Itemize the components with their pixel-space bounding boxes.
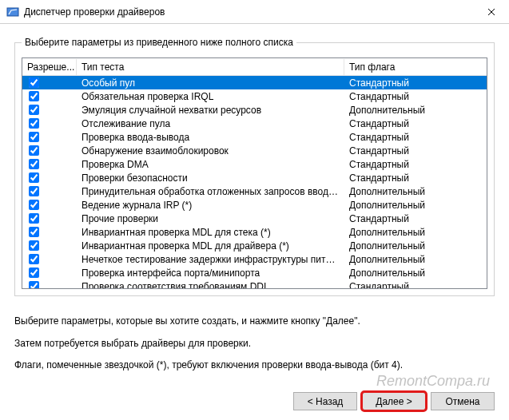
row-test-label: Проверка ввода-вывода — [77, 132, 344, 143]
app-icon — [6, 6, 19, 18]
table-row[interactable]: Обнаружение взаимоблокировокСтандартный — [22, 144, 487, 157]
wizard-buttons: < Назад Далее > Отмена — [293, 392, 495, 410]
table-row[interactable]: Особый пулСтандартный — [22, 76, 487, 89]
row-test-label: Инвариантная проверка MDL для драйвера (… — [77, 240, 344, 252]
row-checkbox[interactable] — [29, 254, 39, 264]
hint-line-3: Флаги, помеченные звездочкой (*), требую… — [14, 359, 495, 372]
row-checkbox-cell — [22, 91, 77, 101]
row-flag-label: Дополнительный — [344, 186, 487, 197]
row-test-label: Проверки безопасности — [77, 172, 344, 184]
row-flag-label: Дополнительный — [344, 227, 487, 238]
row-checkbox[interactable] — [29, 145, 39, 156]
row-checkbox[interactable] — [29, 77, 39, 88]
row-flag-label: Стандартный — [344, 77, 487, 89]
row-checkbox[interactable] — [29, 186, 39, 196]
next-button[interactable]: Далее > — [362, 392, 426, 410]
row-checkbox[interactable] — [29, 281, 39, 289]
row-checkbox[interactable] — [29, 267, 39, 278]
row-test-label: Проверка DMA — [77, 159, 344, 170]
table-row[interactable]: Ведение журнала IRP (*)Дополнительный — [22, 198, 487, 212]
row-flag-label: Стандартный — [344, 145, 487, 157]
table-row[interactable]: Проверки безопасностиСтандартный — [22, 171, 487, 184]
column-header-allow[interactable]: Разреше... — [22, 59, 77, 75]
row-checkbox-cell — [22, 200, 77, 210]
row-checkbox[interactable] — [29, 200, 39, 210]
row-checkbox[interactable] — [29, 91, 39, 101]
row-test-label: Инвариантная проверка MDL для стека (*) — [77, 227, 344, 238]
table-row[interactable]: Отслеживание пулаСтандартный — [22, 117, 487, 130]
table-row[interactable]: Инвариантная проверка MDL для драйвера (… — [22, 239, 487, 252]
row-test-label: Обязательная проверка IRQL — [77, 91, 344, 102]
back-button[interactable]: < Назад — [293, 392, 357, 410]
window-title: Диспетчер проверки драйверов — [24, 6, 473, 18]
options-groupbox: Выберите параметры из приведенного ниже … — [14, 37, 495, 296]
row-flag-label: Дополнительный — [344, 240, 487, 252]
table-row[interactable]: Проверка ввода-выводаСтандартный — [22, 130, 487, 144]
table-header: Разреше... Тип теста Тип флага — [22, 58, 487, 76]
row-test-label: Проверка соответствия требованиям DDI — [77, 281, 344, 290]
row-flag-label: Стандартный — [344, 118, 487, 129]
table-row[interactable]: Инвариантная проверка MDL для стека (*)Д… — [22, 225, 487, 239]
options-table[interactable]: Разреше... Тип теста Тип флага Особый пу… — [22, 57, 487, 289]
row-flag-label: Дополнительный — [344, 200, 487, 211]
row-test-label: Проверка интерфейса порта/минипорта — [77, 267, 344, 279]
row-flag-label: Стандартный — [344, 281, 487, 290]
row-checkbox-cell — [22, 227, 77, 237]
row-checkbox-cell — [22, 213, 77, 224]
row-checkbox[interactable] — [29, 132, 39, 142]
column-header-flag[interactable]: Тип флага — [344, 59, 487, 75]
row-test-label: Ведение журнала IRP (*) — [77, 200, 344, 211]
row-checkbox-cell — [22, 118, 77, 129]
table-body: Особый пулСтандартныйОбязательная провер… — [22, 76, 487, 289]
row-checkbox[interactable] — [29, 159, 39, 169]
row-checkbox-cell — [22, 254, 77, 264]
hint-line-2: Затем потребуется выбрать драйверы для п… — [14, 338, 495, 351]
table-row[interactable]: Принудительная обработка отложенных запр… — [22, 184, 487, 198]
row-checkbox[interactable] — [29, 213, 39, 224]
row-checkbox-cell — [22, 132, 77, 142]
row-flag-label: Стандартный — [344, 172, 487, 184]
table-row[interactable]: Обязательная проверка IRQLСтандартный — [22, 89, 487, 103]
row-test-label: Обнаружение взаимоблокировок — [77, 145, 344, 157]
row-checkbox[interactable] — [29, 227, 39, 237]
row-checkbox-cell — [22, 145, 77, 156]
row-checkbox-cell — [22, 186, 77, 196]
row-flag-label: Дополнительный — [344, 267, 487, 279]
row-test-label: Особый пул — [77, 77, 344, 89]
row-checkbox[interactable] — [29, 118, 39, 129]
row-flag-label: Стандартный — [344, 213, 487, 224]
row-flag-label: Дополнительный — [344, 105, 487, 116]
row-checkbox-cell — [22, 105, 77, 115]
row-checkbox-cell — [22, 77, 77, 88]
table-row[interactable]: Проверка интерфейса порта/минипортаДопол… — [22, 266, 487, 279]
row-checkbox[interactable] — [29, 105, 39, 115]
hint-text: Выберите параметры, которые вы хотите со… — [0, 304, 509, 372]
row-test-label: Отслеживание пула — [77, 118, 344, 129]
row-checkbox[interactable] — [29, 172, 39, 183]
watermark: RemontCompa.ru — [376, 373, 490, 390]
row-checkbox-cell — [22, 267, 77, 278]
row-flag-label: Стандартный — [344, 91, 487, 102]
titlebar: Диспетчер проверки драйверов — [0, 0, 509, 24]
row-checkbox-cell — [22, 281, 77, 289]
cancel-button[interactable]: Отмена — [431, 392, 495, 410]
row-checkbox-cell — [22, 159, 77, 169]
close-button[interactable] — [473, 0, 509, 24]
table-row[interactable]: Прочие проверкиСтандартный — [22, 212, 487, 225]
table-row[interactable]: Проверка соответствия требованиям DDIСта… — [22, 279, 487, 289]
column-header-test[interactable]: Тип теста — [77, 59, 344, 75]
content-area: Выберите параметры из приведенного ниже … — [0, 24, 509, 304]
hint-line-1: Выберите параметры, которые вы хотите со… — [14, 315, 495, 328]
row-flag-label: Стандартный — [344, 132, 487, 143]
groupbox-legend: Выберите параметры из приведенного ниже … — [22, 37, 296, 48]
row-checkbox-cell — [22, 240, 77, 251]
table-row[interactable]: Эмуляция случайной нехватки ресурсовДопо… — [22, 103, 487, 117]
table-row[interactable]: Нечеткое тестирование задержки инфрастру… — [22, 252, 487, 266]
row-test-label: Прочие проверки — [77, 213, 344, 224]
row-test-label: Эмуляция случайной нехватки ресурсов — [77, 105, 344, 116]
row-test-label: Нечеткое тестирование задержки инфрастру… — [77, 254, 344, 265]
row-checkbox-cell — [22, 172, 77, 183]
row-flag-label: Дополнительный — [344, 254, 487, 265]
row-checkbox[interactable] — [29, 240, 39, 251]
table-row[interactable]: Проверка DMAСтандартный — [22, 157, 487, 171]
